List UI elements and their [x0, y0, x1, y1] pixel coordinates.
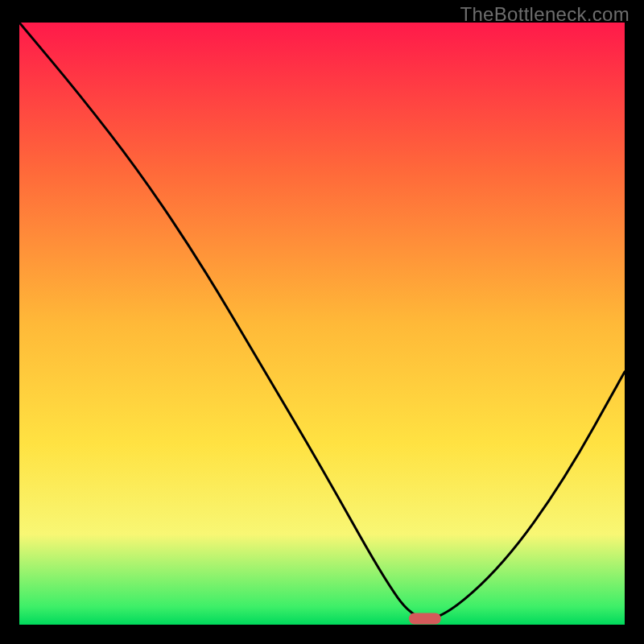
- gradient-background: [19, 23, 625, 625]
- plot-area: [19, 23, 625, 625]
- chart-frame: TheBottleneck.com: [0, 0, 644, 644]
- optimal-marker: [409, 613, 441, 625]
- watermark-text: TheBottleneck.com: [460, 3, 630, 26]
- chart-svg: [19, 23, 625, 625]
